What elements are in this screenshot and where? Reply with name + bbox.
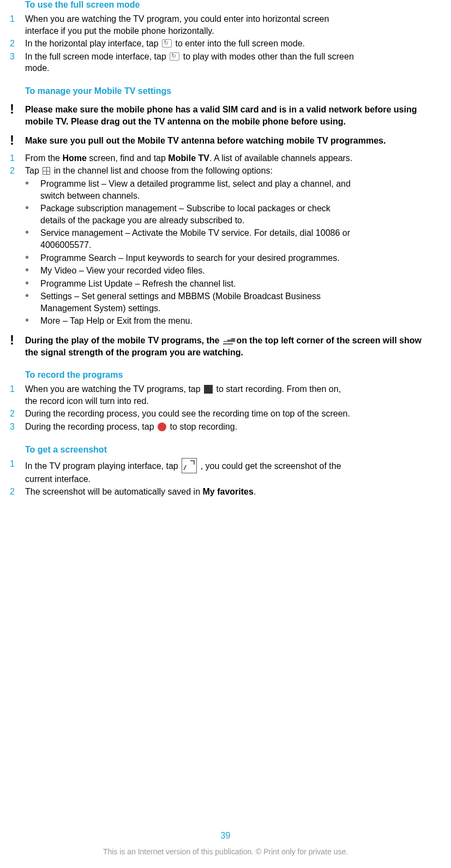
bold-text: Home (62, 153, 86, 163)
bullet-row: • Service management – Activate the Mobi… (25, 227, 441, 251)
bullet-text: Service management – Activate the Mobile… (40, 227, 441, 251)
step-row: 3 During the recording process, tap to s… (10, 421, 441, 433)
text: The screenshot will be automatically sav… (25, 487, 203, 496)
text: to enter into the full screen mode. (176, 39, 305, 48)
text: Programme list – View a detailed program… (40, 179, 351, 188)
step-row: 2 The screenshot will be automatically s… (10, 486, 441, 498)
screenshot-icon (182, 458, 197, 473)
note-block: ! Please make sure the mobile phone has … (10, 104, 441, 127)
note-block: ! Make sure you pull out the Mobile TV a… (10, 135, 441, 147)
step-number: 2 (10, 486, 25, 498)
bullet-row: • Programme list – View a detailed progr… (25, 178, 441, 201)
step-number: 3 (10, 421, 25, 433)
text: current interface. (25, 474, 91, 484)
bullet-dot-icon: • (25, 203, 40, 226)
text: During the recording process, tap (25, 422, 157, 431)
step-text: In the horizontal play interface, tap to… (25, 38, 441, 50)
text: the record icon will turn into red. (25, 396, 149, 406)
text: mode. (25, 63, 49, 73)
bullet-text: Programme Search – Input keywords to sea… (40, 252, 441, 264)
bullet-text: Programme list – View a detailed program… (40, 178, 441, 201)
step-row: 1 When you are watching the TV programs,… (10, 383, 441, 407)
text: In the horizontal play interface, tap (25, 39, 161, 48)
bullet-row: • Programme Search – Input keywords to s… (25, 252, 441, 264)
text: . (254, 487, 256, 496)
text: to play with modes other than the full s… (183, 52, 354, 61)
section-title-fullscreen: To use the full screen mode (25, 0, 441, 10)
text: screen, find and tap (87, 153, 168, 163)
stop-record-icon (158, 423, 166, 431)
step-row: 1 In the TV program playing interface, t… (10, 458, 441, 485)
section-title-manage: To manage your Mobile TV settings (25, 86, 441, 96)
bullet-dot-icon: • (25, 178, 40, 201)
text: details of the package you are already s… (40, 216, 244, 225)
bullet-dot-icon: • (25, 290, 40, 314)
warning-icon: ! (10, 104, 25, 127)
text: In the TV program playing interface, tap (25, 461, 181, 471)
text: 4006005577. (40, 240, 91, 249)
step-number: 1 (10, 383, 25, 407)
bullet-row: • Programme List Update – Refresh the ch… (25, 278, 441, 290)
warning-icon: ! (10, 335, 25, 358)
bullet-dot-icon: • (25, 227, 40, 251)
text: Service management – Activate the Mobile… (40, 228, 350, 237)
bullet-row: • Package subscription management – Subs… (25, 203, 441, 226)
step-text: From the Home screen, find and tap Mobil… (25, 152, 441, 164)
step-number: 1 (10, 458, 25, 485)
bullet-dot-icon: • (25, 315, 40, 327)
fullscreen-toggle-icon (162, 39, 172, 47)
bullet-text: My Video – View your recorded video file… (40, 265, 441, 277)
text: In the full screen mode interface, tap (25, 52, 169, 61)
text: interface if you put the mobile phone ho… (25, 26, 214, 35)
bullet-text: Programme List Update – Refresh the chan… (40, 278, 441, 290)
step-row: 1 From the Home screen, find and tap Mob… (10, 152, 441, 164)
text: on the top left corner of the screen wil… (236, 336, 422, 345)
step-row: 2 In the horizontal play interface, tap … (10, 38, 441, 50)
bullet-text: Settings – Set general settings and MBBM… (40, 290, 441, 314)
step-text: During the recording process, you could … (25, 408, 441, 420)
step-row: 2 Tap in the channel list and choose fro… (10, 165, 441, 177)
section-title-screenshot: To get a screenshot (25, 445, 441, 455)
step-number: 2 (10, 165, 25, 177)
step-row: 2 During the recording process, you coul… (10, 408, 441, 420)
text: Package subscription management – Subscr… (40, 204, 330, 213)
text: in the channel list and choose from the … (54, 166, 273, 175)
bullet-row: • My Video – View your recorded video fi… (25, 265, 441, 277)
section-title-record: To record the programs (25, 370, 441, 380)
text: , you could get the screenshot of the (201, 461, 341, 471)
text: to start recording. From then on, (217, 384, 341, 394)
step-text: The screenshot will be automatically sav… (25, 486, 441, 498)
step-text: During the recording process, tap to sto… (25, 421, 441, 433)
record-icon (204, 385, 213, 394)
note-block: ! During the play of the mobile TV progr… (10, 335, 441, 358)
step-row: 1 When you are watching the TV program, … (10, 13, 441, 37)
fullscreen-toggle-icon (170, 52, 179, 61)
step-row: 3 In the full screen mode interface, tap… (10, 51, 441, 74)
bullet-dot-icon: • (25, 265, 40, 277)
text: When you are watching the TV program, yo… (25, 14, 329, 23)
bullet-row: • Settings – Set general settings and MB… (25, 290, 441, 314)
text: . A list of available channels appears. (209, 153, 352, 163)
bullet-text: Package subscription management – Subscr… (40, 203, 441, 226)
note-text: Please make sure the mobile phone has a … (25, 104, 441, 127)
step-number: 2 (10, 408, 25, 420)
text: During the play of the mobile TV program… (25, 336, 222, 345)
text: Make sure you pull out the Mobile TV ant… (25, 136, 386, 145)
bullet-row: • More – Tap Help or Exit from the menu. (25, 315, 441, 327)
step-number: 3 (10, 51, 25, 74)
text: mobile TV. Please drag out the TV antenn… (25, 117, 346, 126)
channel-grid-icon (43, 167, 50, 175)
bullet-dot-icon: • (25, 278, 40, 290)
step-number: 1 (10, 13, 25, 37)
text: Tap (25, 166, 41, 175)
step-text: When you are watching the TV program, yo… (25, 13, 441, 37)
step-text: Tap in the channel list and choose from … (25, 165, 441, 177)
bold-text: Mobile TV (168, 153, 209, 163)
page-number: 39 (0, 831, 451, 841)
text: Settings – Set general settings and MBBM… (40, 292, 321, 301)
bullet-text: More – Tap Help or Exit from the menu. (40, 315, 441, 327)
warning-icon: ! (10, 135, 25, 147)
text: From the (25, 153, 62, 163)
text: When you are watching the TV programs, t… (25, 384, 203, 394)
text: switch between channels. (40, 191, 140, 200)
